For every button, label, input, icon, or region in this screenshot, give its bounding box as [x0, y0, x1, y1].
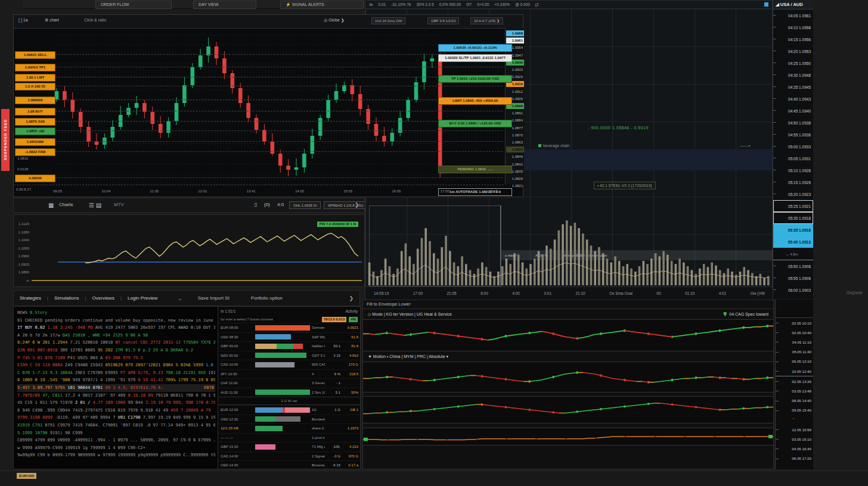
- table-row[interactable]: NZD 09:30GDT 3.15 W O W3 154.810: [218, 351, 360, 360]
- meter-segment: [255, 344, 277, 349]
- order-badge-7[interactable]: 1.0855 +90: [15, 127, 55, 135]
- order-badge-10[interactable]: 0.08200: [15, 175, 55, 182]
- dom-row[interactable]: 05:55 1.0906: [773, 272, 813, 284]
- order-badge-1[interactable]: 1.09415 TP1: [15, 64, 55, 71]
- table-row[interactable]: CHF 11:003 Geneva Svc 11 G- 1: [218, 378, 360, 388]
- tabs-chevron-right-icon[interactable]: ❯: [349, 295, 354, 301]
- dom-row[interactable]: 04:05 1.0961: [773, 10, 813, 21]
- price-level-badge-1[interactable]: 1.09320 SL/TP 1.0921 ,0.0131 1.0977: [438, 54, 512, 62]
- table-row[interactable]: 12/1 25 KBshare 0.1°1.1973: [218, 423, 360, 433]
- dom-row[interactable]: 05:15 1.0926: [773, 176, 813, 188]
- table-row[interactable]: EUR 08:00German Factory Orders0.0021: [218, 323, 360, 332]
- dom-row[interactable]: 04:25 1.0950: [773, 57, 813, 69]
- row-value-2: 50%: [340, 391, 360, 394]
- tab-action-0[interactable]: Save Import St: [198, 295, 230, 301]
- table-row[interactable]: — — —1 print fund vote: [218, 433, 360, 443]
- table-row[interactable]: AUD 11:302 Sim 19000 G 05 150%: [218, 388, 360, 397]
- main-time-label-7: 16:05: [392, 189, 401, 193]
- meter-segment: [255, 444, 275, 450]
- dom-row[interactable]: 04:45 1.0940: [773, 105, 813, 117]
- overview-time-label-6: 21:10: [575, 291, 585, 295]
- dom-row[interactable]: 05:05 1.0931: [773, 152, 813, 164]
- tab-action-1[interactable]: Portfolio option: [251, 295, 283, 301]
- header-chip-1[interactable]: Unit 16 Grey 200: [371, 17, 405, 24]
- dom-row[interactable]: 04:15 1.0956: [773, 33, 813, 45]
- order-badge-2[interactable]: 1.09 1 LMT: [15, 74, 55, 82]
- equity-badge: PW 7.0 2009/00 W 1 N: [317, 222, 358, 227]
- price-level-badge-5[interactable]: PENDING 1.0842 ......: [438, 166, 512, 173]
- toolbar-button-2[interactable]: ⚡ SIGNAL ALERTS: [280, 1, 364, 9]
- order-badge-0[interactable]: 1.09621 SELL: [15, 51, 55, 59]
- dom-row[interactable]: 04:50 1.0938: [773, 117, 813, 129]
- price-level-badge-4[interactable]: BUY 0.50 1.0885 / +125.00 USD: [438, 120, 512, 127]
- table-row[interactable]: CAD 14:002 Signature 261 G-3 G970 G: [218, 451, 360, 461]
- log-segment: 101 90044 8701: [67, 385, 105, 390]
- table-row[interactable]: CAD 10:00509 CAS █ IPPI173 G: [218, 360, 360, 369]
- candlestick-plot-area[interactable]: 1.09621 SELL1.09415 TP11.09 1 LMT1.0 A 1…: [14, 28, 504, 185]
- log-segment: 5.1999 10790: [17, 431, 50, 435]
- equity-plot-area[interactable]: PW 7.0 2009/00 W 1 N: [30, 217, 362, 284]
- timeframe-tag[interactable]: [ ] 1a: [18, 18, 28, 22]
- dom-row[interactable]: 05:25 1.0921: [773, 200, 813, 212]
- header-chip-2[interactable]: GBP 3-8 1/2/10: [427, 17, 459, 24]
- order-badge-3[interactable]: 1.0 A 160 55: [15, 83, 55, 91]
- dom-row[interactable]: 05:10 1.0928: [773, 164, 813, 176]
- dom-row[interactable]: 05:50 1.0908: [773, 260, 813, 272]
- row-event-text: 2 Sim 19000 G 0: [310, 391, 325, 394]
- dom-row[interactable]: 05:40 1.0913: [773, 236, 813, 248]
- tab-simulations[interactable]: Simulations: [54, 295, 79, 301]
- strip2-label[interactable]: ▼ Motion • China | MYM | PRC | Absolute …: [368, 354, 448, 359]
- table-row[interactable]: GBP 13:30T1 Mfg and G105,4.210: [218, 442, 360, 451]
- dom-row[interactable]: 06:00 1.0903: [773, 284, 813, 296]
- dom-row[interactable]: ⌄ 4.8m: [773, 248, 813, 260]
- log-line: X1919 C791 0791 C9979 7419 74604. C79091…: [17, 422, 215, 429]
- badge-leader-line: [55, 141, 503, 142]
- dom-row[interactable]: 04:20 1.0953: [773, 45, 813, 57]
- toolbar-next-chevron[interactable]: ❯: [355, 202, 359, 208]
- toolbar-button-0[interactable]: ORDER FLOW: [95, 1, 172, 9]
- dom-row[interactable]: 05:30 1.0918: [773, 212, 813, 224]
- order-badge-5[interactable]: 1.08 BUY: [15, 108, 55, 116]
- strip1-label[interactable]: ◇ Mode | KG ter Version | UG Heat & Serv…: [368, 312, 452, 317]
- table-row[interactable]: JPY 10:3046 %218.5: [218, 369, 360, 379]
- tabs-chevron-down-icon[interactable]: ⌄: [178, 295, 182, 301]
- tab-overviews[interactable]: Overviews: [92, 295, 114, 301]
- dom-row[interactable]: 04:40 1.0943: [773, 93, 813, 105]
- charts-label[interactable]: Charts: [59, 202, 73, 207]
- dom-row[interactable]: 04:55 1.0936: [773, 129, 813, 141]
- tab-login-preview[interactable]: Login Preview: [128, 295, 157, 301]
- symbol-badge[interactable]: EURUSD: [17, 473, 36, 479]
- suspended-feed-ribbon[interactable]: SUSPENDED FEED: [1, 109, 10, 171]
- grid-view-icon[interactable]: ▦: [48, 202, 54, 208]
- header-chip-3[interactable]: 10 A-0.7 (2/9) ❯: [470, 17, 503, 24]
- chart-tool-label[interactable]: ⚙ chart: [45, 18, 59, 23]
- table-row[interactable]: GBP 09:00Halifax HPI A 950.181.9: [218, 341, 360, 351]
- table-row[interactable]: USD 14:30Brownstates 003-6 150.17 a: [218, 460, 360, 469]
- table-row[interactable]: USD 08:30S&P Mfg PMI 3 1 151.6: [218, 332, 360, 342]
- globe-button[interactable]: ◎ Globe ❯: [324, 18, 345, 23]
- price-level-badge-3[interactable]: LIMIT 1.0893 -450 +4500.00: [438, 97, 512, 105]
- order-badge-8[interactable]: 1.0841000: [15, 138, 55, 146]
- table-row[interactable]: USD 12:30Bundesbank 1: [218, 415, 360, 424]
- equity-y-label-3: 1.1000: [15, 247, 29, 250]
- dom-row[interactable]: 05:35 1.0916: [773, 224, 813, 236]
- toolbar-button-1[interactable]: DAY VIEW: [193, 1, 256, 9]
- dom-row[interactable]: 05:00 1.0933: [773, 141, 813, 152]
- list-view-icon[interactable]: ☰ ▤: [89, 202, 101, 208]
- phone-icon[interactable]: ▯: [255, 202, 257, 207]
- order-badge-6[interactable]: 1.0876 /100: [15, 118, 55, 126]
- dom-row[interactable]: 04:30 1.0948: [773, 69, 813, 81]
- tab-strategies[interactable]: Strategies: [20, 295, 41, 301]
- table-row[interactable]: EUR 12:001G1 GGB 1: [218, 405, 360, 415]
- price-level-badge-2[interactable]: TP 1.0910 +210 2190.00 USD: [438, 75, 512, 83]
- link-icon[interactable]: [764, 2, 768, 7]
- order-badge-9[interactable]: -1.0832 FXM: [15, 148, 55, 156]
- price-level-badge-0[interactable]: 1.09535 +0.00121 +0.113%: [438, 44, 512, 52]
- order-badge-4[interactable]: 1.089200: [15, 96, 55, 104]
- ohl-chip[interactable]: OHL 1.0935 S!: [289, 201, 321, 209]
- dom-row[interactable]: 05:20 1.0923: [773, 188, 813, 200]
- dom-row[interactable]: 04:35 1.0945: [773, 81, 813, 93]
- spread-chip[interactable]: SPREAD 1.2/0.8 (2S!): [324, 201, 367, 209]
- journal-log-panel[interactable]: NEWS 0.Story01 CHECKED pending orders co…: [13, 306, 219, 469]
- dom-row[interactable]: 04:10 1.0958: [773, 21, 813, 33]
